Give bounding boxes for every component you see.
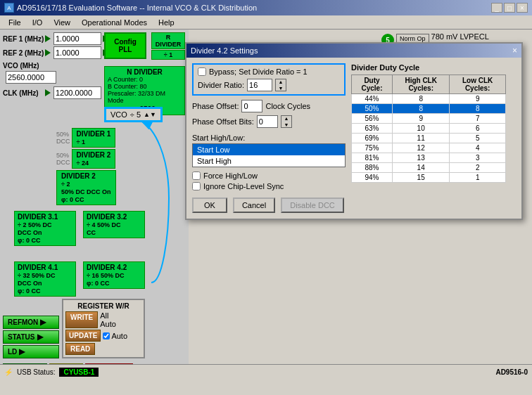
vco-div-section: VCO ÷ 5 ▲▼ xyxy=(104,107,163,122)
low-clk-col-header: Low CLK Cycles: xyxy=(450,75,506,94)
duty-row-88[interactable]: 88% 14 2 xyxy=(352,163,506,173)
phase-bits-spinner[interactable]: ▲ ▼ xyxy=(281,115,292,128)
phase-offset-bits-row: Phase Offset Bits: ▲ ▼ xyxy=(192,115,346,128)
dialog-body: Bypass; Set Divide Ratio = 1 Divider Rat… xyxy=(186,58,521,219)
div42-box[interactable]: DIVIDER 4.2÷ 16 50% DCφ: 0 CC xyxy=(83,261,145,289)
start-low-option[interactable]: Start Low xyxy=(193,144,345,155)
clk-input[interactable] xyxy=(53,86,101,99)
update-button[interactable]: UPDATE xyxy=(65,330,101,342)
div2-box[interactable]: DIVIDER 2÷ 24 xyxy=(72,149,116,169)
force-high-low-checkbox[interactable] xyxy=(192,171,201,180)
phase-offset-row: Phase Offset: Clock Cycles xyxy=(192,100,346,112)
divider-ratio-label: Divider Ratio: xyxy=(198,81,244,89)
duty-col-header: Duty Cycle: xyxy=(352,75,393,94)
dialog-close-button[interactable]: × xyxy=(512,46,517,56)
ignore-sync-checkbox[interactable] xyxy=(192,182,201,190)
duty-row-75[interactable]: 75% 12 4 xyxy=(352,143,506,153)
force-high-low-label: Force High/Low xyxy=(203,171,258,180)
menu-bar: File I/O View Operational Modes Help xyxy=(0,15,532,30)
minimize-button[interactable]: _ xyxy=(491,3,502,13)
n-divider-countB: B Counter: 80 xyxy=(108,83,182,90)
div1-dc: 50%DCC xyxy=(56,131,70,145)
duty-row-50[interactable]: 50% 8 8 xyxy=(352,104,506,114)
status-button[interactable]: STATUS ▶ xyxy=(3,330,59,344)
phase-offset-bits-input[interactable] xyxy=(257,115,278,128)
div31-section: DIVIDER 3.1÷ 2 50% DCDCC Onφ: 0 CC xyxy=(14,211,76,246)
div2b-section: DIVIDER 2÷ 250% DC DCC Onφ: 0 CC xyxy=(56,170,116,205)
clk-label: CLK (MHz) xyxy=(3,89,45,97)
cancel-button[interactable]: Cancel xyxy=(233,198,275,213)
window-controls[interactable]: _ □ × xyxy=(491,3,528,13)
vco-input[interactable] xyxy=(6,71,56,84)
menu-file[interactable]: File xyxy=(3,17,27,28)
duty-row-56[interactable]: 56% 9 7 xyxy=(352,114,506,124)
config-pll-label[interactable]: ConfigPLL xyxy=(104,32,146,59)
close-button[interactable]: × xyxy=(517,3,528,13)
ok-button[interactable]: OK xyxy=(192,198,227,213)
maximize-button[interactable]: □ xyxy=(504,3,515,13)
r-divider-label: R DIVIDER xyxy=(151,32,185,49)
ref2-input[interactable] xyxy=(53,46,101,59)
ld-button[interactable]: LD ▶ xyxy=(3,345,59,358)
window-title: AD9516/17/18 Evaluation Software -- Inte… xyxy=(17,4,257,12)
n-divider-label: N DIVIDER xyxy=(108,68,182,76)
divider-settings-dialog: Divider 4.2 Settings × Bypass; Set Divid… xyxy=(185,42,523,220)
auto-label: Auto xyxy=(100,320,116,328)
menu-operational-modes[interactable]: Operational Modes xyxy=(76,17,153,28)
menu-help[interactable]: Help xyxy=(153,17,180,28)
vco-div-arrows[interactable]: ▲▼ xyxy=(144,111,156,118)
auto-checkbox[interactable] xyxy=(103,332,110,339)
div1-section: 50%DCC DIVIDER 1÷ 1 xyxy=(56,128,115,148)
divider-ratio-input[interactable] xyxy=(247,79,272,91)
phase-offset-input[interactable] xyxy=(241,100,262,112)
dialog-right-col: Divider Duty Cycle Duty Cycle: High CLK … xyxy=(351,63,506,213)
start-high-low-list[interactable]: Start Low Start High xyxy=(192,143,346,167)
ref1-input[interactable] xyxy=(53,32,101,45)
div1-box[interactable]: DIVIDER 1÷ 1 xyxy=(72,128,116,148)
menu-io[interactable]: I/O xyxy=(27,17,49,28)
phase-offset-bits-label: Phase Offset Bits: xyxy=(192,117,254,126)
dialog-footer: OK Cancel Disable DCC xyxy=(192,198,346,213)
duty-row-69[interactable]: 69% 11 5 xyxy=(352,134,506,143)
dialog-title-text: Divider 4.2 Settings xyxy=(191,46,258,55)
duty-row-63[interactable]: 63% 10 6 xyxy=(352,124,506,134)
all-auto-label: All xyxy=(100,311,116,320)
auto-check-label: Auto xyxy=(111,332,127,340)
phase-bits-up[interactable]: ▲ xyxy=(281,116,291,122)
duty-row-44[interactable]: 44% 8 9 xyxy=(352,94,506,104)
div2b-box[interactable]: DIVIDER 2÷ 250% DC DCC Onφ: 0 CC xyxy=(56,170,116,205)
phase-offset-label: Phase Offset: xyxy=(192,102,239,110)
status-bar: ⚡ USB Status: CYUSB-1 AD9516-0 xyxy=(0,364,532,380)
bypass-section: Bypass; Set Divide Ratio = 1 Divider Rat… xyxy=(192,63,346,96)
menu-view[interactable]: View xyxy=(48,17,76,28)
duty-row-81[interactable]: 81% 13 3 xyxy=(352,153,506,163)
refmon-button[interactable]: REFMON ▶ xyxy=(3,316,59,329)
phase-offset-units: Clock Cycles xyxy=(265,102,310,110)
ref1-label: REF 1 (MHz) xyxy=(3,35,45,43)
div32-box[interactable]: DIVIDER 3.2÷ 4 50% DCCC xyxy=(83,211,145,238)
start-high-option[interactable]: Start High xyxy=(193,155,345,167)
title-bar: A AD9516/17/18 Evaluation Software -- In… xyxy=(0,0,532,15)
dialog-left-col: Bypass; Set Divide Ratio = 1 Divider Rat… xyxy=(192,63,346,213)
div41-box[interactable]: DIVIDER 4.1÷ 32 50% DCDCC Onφ: 0 CC xyxy=(14,261,76,297)
vco-div-label: VCO xyxy=(110,110,127,119)
divider-ratio-up[interactable]: ▲ xyxy=(276,79,286,85)
div31-box[interactable]: DIVIDER 3.1÷ 2 50% DCDCC Onφ: 0 CC xyxy=(14,211,76,246)
n-divider-prescaler: Prescaler: 32/33 DM Mode xyxy=(108,90,182,104)
config-pll-button[interactable]: ConfigPLL xyxy=(104,32,146,59)
divider-ratio-down[interactable]: ▼ xyxy=(276,85,286,91)
vco-div-box[interactable]: VCO ÷ 5 ▲▼ xyxy=(104,107,163,122)
div41-section: DIVIDER 4.1÷ 32 50% DCDCC Onφ: 0 CC xyxy=(14,261,76,297)
ignore-sync-row: Ignore Chip-Level Sync xyxy=(192,182,346,190)
phase-bits-down[interactable]: ▼ xyxy=(281,122,291,127)
write-button[interactable]: WRITE xyxy=(65,311,98,328)
register-title: REGISTER W/R xyxy=(65,302,141,310)
ref1-arrow-icon xyxy=(45,35,51,42)
force-high-low-row: Force High/Low xyxy=(192,171,346,180)
duty-cycle-table[interactable]: Duty Cycle: High CLK Cycles: Low CLK Cyc… xyxy=(351,75,506,183)
read-button[interactable]: READ xyxy=(65,343,95,355)
vco-label: VCO (MHz) xyxy=(3,62,45,70)
divider-ratio-spinner[interactable]: ▲ ▼ xyxy=(275,79,286,91)
bypass-checkbox[interactable] xyxy=(198,67,206,76)
duty-row-94[interactable]: 94% 15 1 xyxy=(352,173,506,183)
